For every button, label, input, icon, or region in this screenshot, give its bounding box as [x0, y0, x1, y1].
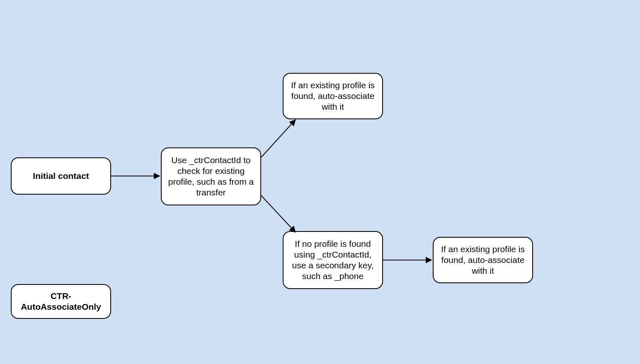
node-profile-not-found: If no profile is found using _ctrContact…: [283, 231, 383, 289]
node-initial-contact: Initial contact: [11, 157, 111, 195]
edge-check-to-not-found: [261, 195, 295, 232]
node-profile-found-right: If an existing profile is found, auto-as…: [433, 237, 533, 283]
node-ctr-auto-associate-only: CTR-AutoAssociateOnly: [11, 284, 111, 319]
edge-check-to-found-top: [261, 120, 295, 157]
node-check-profile: Use _ctrContactId to check for existing …: [161, 147, 261, 205]
node-profile-found-top: If an existing profile is found, auto-as…: [283, 73, 383, 119]
